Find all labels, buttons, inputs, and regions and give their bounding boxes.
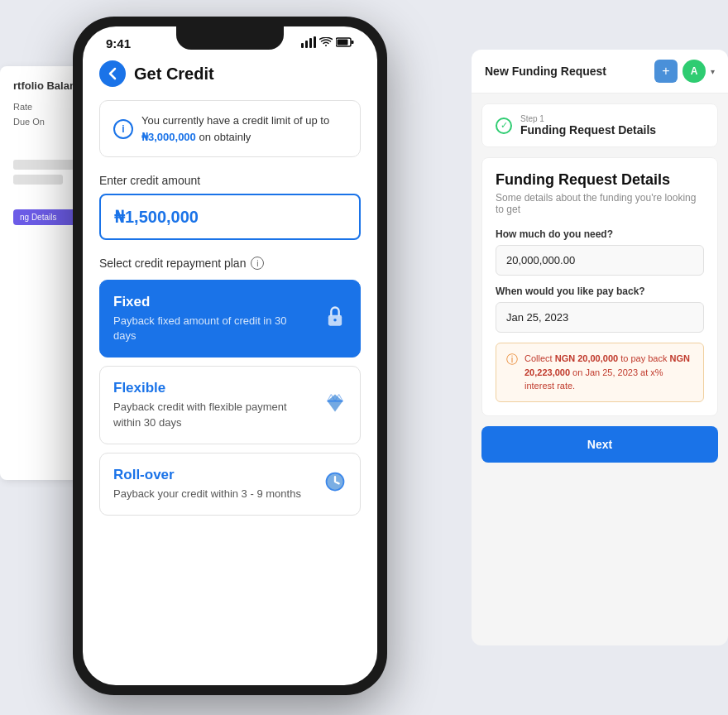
plan-card-rollover[interactable]: Roll-over Payback your credit within 3 -…: [99, 453, 361, 516]
credit-banner-text: You currently have a credit limit of up …: [141, 113, 347, 145]
chevron-down-icon: ▾: [711, 67, 715, 76]
wifi-icon: [319, 37, 333, 50]
credit-input-label: Enter credit amount: [83, 174, 377, 194]
plan-fixed-content: Fixed Payback fixed amount of credit in …: [113, 294, 304, 343]
funding-details-card: Funding Request Details Some details abo…: [481, 157, 718, 416]
phone-screen-inner: 9:41: [83, 26, 377, 685]
svg-rect-6: [352, 41, 354, 44]
plan-card-flexible[interactable]: Flexible Payback credit with flexible pa…: [99, 366, 361, 444]
status-time: 9:41: [106, 36, 131, 50]
plan-flexible-content: Flexible Payback credit with flexible pa…: [113, 380, 304, 429]
right-panel-actions: + A ▾: [654, 60, 715, 83]
field2-value[interactable]: Jan 25, 2023: [496, 302, 704, 333]
svg-rect-3: [314, 36, 316, 48]
svg-rect-1: [305, 41, 308, 48]
repayment-info-icon[interactable]: i: [251, 257, 264, 270]
plan-rollover-desc: Payback your credit within 3 - 9 months: [113, 487, 301, 501]
credit-amount-input[interactable]: ₦1,500,000: [99, 194, 361, 240]
banner-text-before: You currently have a credit limit of up …: [141, 114, 329, 127]
svg-rect-2: [309, 38, 312, 48]
app-title: Get Credit: [134, 65, 214, 84]
repayment-label-text: Select credit repayment plan: [99, 257, 246, 270]
field1-value[interactable]: 20,000,000.00: [496, 245, 704, 276]
credit-amount-value: ₦1,500,000: [114, 208, 199, 226]
svg-rect-5: [338, 40, 348, 46]
status-icons: [301, 36, 354, 50]
diamond-icon: [323, 391, 347, 420]
svg-rect-0: [301, 43, 304, 48]
card-title: Funding Request Details: [496, 171, 704, 189]
phone-mockup: 9:41: [73, 17, 387, 695]
info-warning-icon: ⓘ: [506, 353, 518, 367]
banner-text-after: on obtainly: [196, 131, 251, 143]
avatar-button[interactable]: A: [682, 60, 706, 83]
field1-label: How much do you need?: [496, 228, 704, 240]
bg-right-panel: New Funding Request + A ▾ ✓ Step 1 Fundi…: [472, 50, 728, 645]
credit-info-icon: i: [113, 119, 133, 139]
plan-rollover-content: Roll-over Payback your credit within 3 -…: [113, 467, 301, 501]
repayment-plan-label: Select credit repayment plan i: [83, 257, 377, 280]
credit-banner: i You currently have a credit limit of u…: [99, 100, 361, 157]
field2-label: When would you like pay back?: [496, 286, 704, 297]
step-label: Step 1: [520, 114, 656, 123]
app-header: Get Credit: [83, 54, 377, 100]
payback-info-box: ⓘ Collect NGN 20,00,000 to pay back NGN …: [496, 343, 704, 402]
plan-fixed-name: Fixed: [113, 294, 304, 310]
plus-button[interactable]: +: [654, 60, 678, 83]
right-panel-title: New Funding Request: [485, 65, 606, 78]
plan-fixed-desc: Payback fixed amount of credit in 30 day…: [113, 314, 304, 343]
plan-rollover-name: Roll-over: [113, 467, 301, 483]
plan-card-fixed[interactable]: Fixed Payback fixed amount of credit in …: [99, 280, 361, 358]
credit-limit-amount: ₦3,000,000: [141, 131, 196, 143]
plan-flexible-name: Flexible: [113, 380, 304, 396]
plan-flexible-desc: Payback credit with flexible payment wit…: [113, 400, 304, 429]
phone-screen: 9:41: [83, 26, 377, 685]
step-indicator: ✓ Step 1 Funding Request Details: [481, 103, 718, 147]
clock-icon: [323, 470, 347, 498]
svg-point-8: [333, 319, 337, 322]
signal-icon: [301, 36, 316, 50]
right-panel-header: New Funding Request + A ▾: [472, 50, 728, 94]
step-text-group: Step 1 Funding Request Details: [520, 114, 656, 137]
card-subtitle: Some details about the funding you're lo…: [496, 192, 704, 215]
step-check-icon: ✓: [496, 118, 512, 134]
info-amount1: NGN 20,00,000: [555, 353, 618, 363]
back-button[interactable]: [99, 60, 126, 87]
payback-info-text: Collect NGN 20,00,000 to pay back NGN 20…: [524, 352, 693, 393]
battery-icon: [336, 37, 354, 50]
step-title: Funding Request Details: [520, 123, 656, 137]
phone-notch: [176, 26, 284, 50]
lock-icon: [323, 305, 347, 333]
